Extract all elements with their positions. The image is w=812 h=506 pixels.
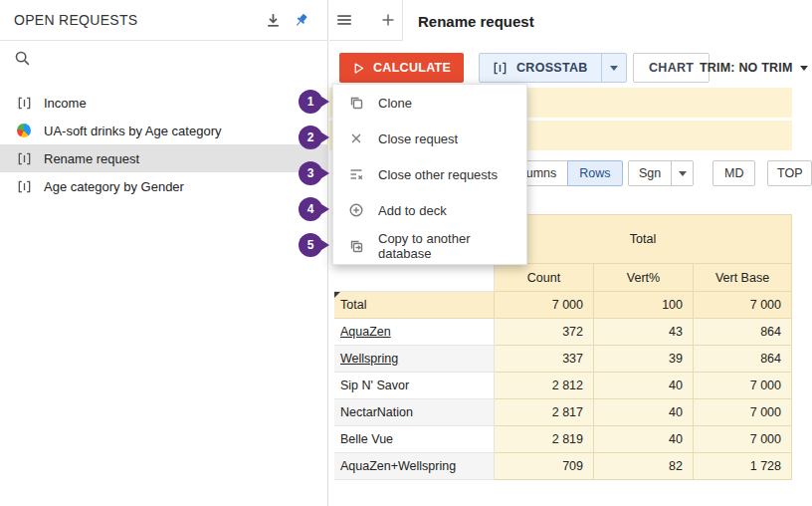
row-label-belle-vue: Belle Vue <box>334 426 495 453</box>
cell-count: 2 812 <box>495 373 594 399</box>
cell-count: 7 000 <box>495 292 594 319</box>
cell-vert-base: 7 000 <box>694 426 792 453</box>
app-window: OPEN REQUESTS <box>0 0 812 506</box>
rows-toggle-button[interactable]: Rows <box>567 160 622 186</box>
chart-view-button[interactable]: CHART <box>633 53 710 83</box>
play-icon <box>352 62 365 75</box>
crosstab-icon <box>493 61 508 76</box>
cell-vert-pct: 40 <box>594 426 694 453</box>
cell-vert-pct: 100 <box>594 292 694 319</box>
cell-count: 372 <box>495 319 594 346</box>
cell-vert-base: 7 000 <box>694 399 792 426</box>
top-button[interactable]: TOP <box>767 160 812 186</box>
cell-count: 709 <box>495 453 594 480</box>
sidebar-item-label: Rename request <box>44 151 139 166</box>
menu-item-add-to-deck[interactable]: Add to deck <box>333 192 526 228</box>
sidebar-item-label: UA-soft drinks by Age category <box>44 124 221 138</box>
cell-count: 2 817 <box>495 399 594 426</box>
pie-chart-icon <box>16 123 32 138</box>
crosstab-icon <box>16 150 32 166</box>
menu-icon[interactable] <box>330 6 358 34</box>
row-label-wellspring: Wellspring <box>334 346 495 373</box>
annotation-badge-5: 5 <box>299 233 322 257</box>
cell-count: 337 <box>495 346 594 373</box>
cell-vert-base: 1 728 <box>694 453 792 480</box>
row-label-total: Total <box>334 292 495 319</box>
close-icon <box>348 130 364 146</box>
cell-vert-pct: 39 <box>594 346 694 373</box>
annotation-badge-3: 3 <box>299 161 322 185</box>
corner-marker-icon <box>334 292 340 298</box>
add-tab-icon[interactable] <box>374 6 402 34</box>
sidebar-item-label: Age category by Gender <box>44 179 184 194</box>
chevron-down-icon <box>800 66 808 71</box>
menu-item-copy-to-another-database[interactable]: Copy to another database <box>333 228 526 264</box>
sidebar-title: OPEN REQUESTS <box>14 12 137 28</box>
close-other-requests-icon <box>348 166 364 182</box>
table-corner <box>334 264 495 292</box>
table-row: NectarNation 2 817 40 7 000 <box>334 399 792 426</box>
column-group-header: Total <box>495 214 792 264</box>
table-row: AquaZen+Wellspring 709 82 1 728 <box>334 453 792 480</box>
sidebar-item-label: Income <box>44 96 87 111</box>
cell-vert-base: 864 <box>694 346 792 373</box>
clone-icon <box>348 95 364 111</box>
table-row: Sip N' Savor 2 812 40 7 000 <box>334 373 792 399</box>
table-row: Wellspring 337 39 864 <box>334 346 792 373</box>
table-row: Total 7 000 100 7 000 <box>334 292 792 319</box>
column-header-vert-base: Vert Base <box>694 264 792 292</box>
crosstab-icon <box>16 95 32 111</box>
row-label-sip-n-savor: Sip N' Savor <box>334 373 495 399</box>
menu-item-close-other-requests[interactable]: Close other requests <box>333 156 526 192</box>
row-label-aquazen-wellspring: AquaZen+Wellspring <box>334 453 495 480</box>
copy-to-database-icon <box>348 238 364 254</box>
cell-vert-base: 7 000 <box>694 292 792 319</box>
page-title: Rename request <box>418 13 534 30</box>
cell-vert-pct: 82 <box>594 453 694 480</box>
table-row: AquaZen 372 43 864 <box>334 319 792 346</box>
cell-vert-base: 7 000 <box>694 373 792 399</box>
table-row: Belle Vue 2 819 40 7 000 <box>334 426 792 453</box>
column-header-vert-pct: Vert% <box>594 264 694 292</box>
add-circle-icon <box>348 202 364 218</box>
crosstab-view-button[interactable]: CROSSTAB <box>479 53 627 83</box>
sgn-button[interactable]: Sgn <box>628 160 694 186</box>
request-context-menu: Clone Close request Close other requests <box>332 84 527 265</box>
sgn-dropdown-icon[interactable] <box>671 161 693 185</box>
menu-item-clone[interactable]: Clone <box>333 85 526 121</box>
trim-dropdown[interactable]: TRIM: NO TRIM <box>700 53 808 83</box>
row-label-aquazen: AquaZen <box>334 319 495 346</box>
crosstab-icon <box>16 178 32 194</box>
search-icon[interactable] <box>14 50 32 68</box>
sidebar-header: OPEN REQUESTS <box>0 0 328 41</box>
sidebar-item-rename-request[interactable]: Rename request <box>0 144 328 172</box>
crosstab-dropdown-icon[interactable] <box>601 54 626 82</box>
cell-vert-pct: 40 <box>594 399 694 426</box>
request-list: Income UA-soft drinks by Age category Re… <box>0 89 328 200</box>
annotation-badge-1: 1 <box>299 90 322 114</box>
cell-vert-pct: 40 <box>594 373 694 399</box>
sidebar-item-ua-soft-drinks[interactable]: UA-soft drinks by Age category <box>0 117 328 144</box>
cell-vert-pct: 43 <box>594 319 694 346</box>
pin-icon[interactable] <box>287 6 314 34</box>
cell-count: 2 819 <box>495 426 594 453</box>
download-icon[interactable] <box>259 6 287 34</box>
row-label-nectarnation: NectarNation <box>334 399 495 426</box>
md-button[interactable]: MD <box>712 160 755 186</box>
menu-item-close-request[interactable]: Close request <box>333 121 526 156</box>
request-tabs-box <box>329 0 403 41</box>
column-header-count: Count <box>495 264 594 292</box>
annotation-badge-2: 2 <box>299 126 322 149</box>
annotation-badge-4: 4 <box>299 197 322 221</box>
sidebar-item-income[interactable]: Income <box>0 89 328 117</box>
cell-vert-base: 864 <box>694 319 792 346</box>
open-requests-sidebar: OPEN REQUESTS <box>0 0 328 506</box>
sidebar-item-age-by-gender[interactable]: Age category by Gender <box>0 172 328 200</box>
calculate-button[interactable]: CALCULATE <box>339 53 464 83</box>
